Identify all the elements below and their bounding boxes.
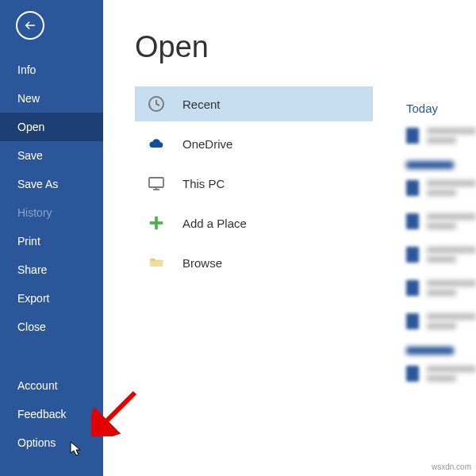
plus-icon	[146, 213, 167, 233]
recent-file-item[interactable]	[405, 280, 476, 299]
nav-new[interactable]: New	[0, 84, 103, 113]
document-icon	[406, 366, 419, 382]
nav-info[interactable]: Info	[0, 56, 103, 84]
location-browse[interactable]: Browse	[135, 245, 373, 280]
location-label: OneDrive	[182, 137, 232, 151]
cloud-icon	[146, 133, 167, 154]
location-this-pc[interactable]: This PC	[135, 166, 373, 201]
recent-file-item[interactable]	[405, 128, 476, 147]
recent-files-panel: Today	[405, 102, 476, 399]
nav-account[interactable]: Account	[0, 371, 103, 400]
nav-history: History	[0, 198, 103, 227]
back-button[interactable]	[16, 11, 44, 40]
document-icon	[406, 247, 419, 263]
nav-save-as[interactable]: Save As	[0, 170, 103, 198]
recent-group-heading	[406, 347, 454, 355]
back-arrow-icon	[23, 18, 37, 33]
main-panel: Open Recent OneDrive Thi	[103, 0, 476, 476]
document-icon	[406, 180, 419, 196]
recent-file-item[interactable]	[405, 213, 476, 232]
nav-close[interactable]: Close	[0, 313, 103, 341]
location-label: Recent	[182, 98, 221, 111]
watermark-text: wsxdn.com	[432, 463, 471, 471]
recent-group-heading	[406, 161, 454, 169]
location-label: This PC	[182, 177, 225, 190]
document-icon	[406, 128, 419, 144]
recent-file-item[interactable]	[405, 313, 476, 332]
recent-file-item[interactable]	[405, 366, 476, 385]
clock-icon	[146, 94, 167, 114]
page-title: Open	[135, 30, 476, 64]
location-add-place[interactable]: Add a Place	[135, 205, 373, 240]
document-icon	[406, 313, 419, 329]
nav-options[interactable]: Options	[0, 428, 103, 457]
nav-print[interactable]: Print	[0, 227, 103, 255]
recent-group-today: Today	[405, 102, 476, 115]
document-icon	[406, 280, 419, 296]
location-recent[interactable]: Recent	[135, 86, 373, 121]
folder-icon	[146, 252, 167, 273]
pc-icon	[146, 173, 167, 194]
recent-file-item[interactable]	[405, 247, 476, 266]
document-icon	[406, 213, 419, 229]
svg-rect-2	[149, 178, 163, 187]
nav-share[interactable]: Share	[0, 255, 103, 284]
backstage-sidebar: Info New Open Save Save As History Print…	[0, 0, 103, 476]
nav-export[interactable]: Export	[0, 284, 103, 313]
nav-save[interactable]: Save	[0, 141, 103, 170]
location-label: Add a Place	[182, 217, 247, 230]
location-label: Browse	[182, 256, 222, 270]
location-onedrive[interactable]: OneDrive	[135, 126, 373, 161]
recent-file-item[interactable]	[405, 180, 476, 199]
nav-open[interactable]: Open	[0, 113, 103, 141]
svg-rect-6	[150, 221, 163, 225]
locations-list: Recent OneDrive This PC	[135, 86, 373, 280]
nav-feedback[interactable]: Feedback	[0, 400, 103, 428]
